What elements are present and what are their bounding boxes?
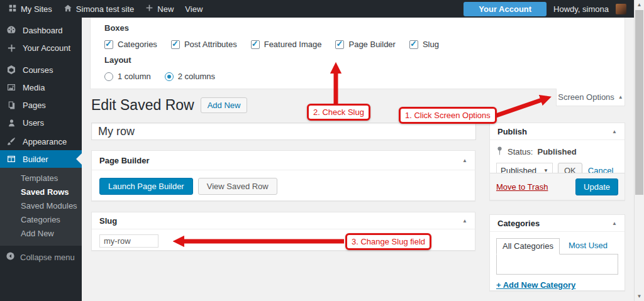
home-icon xyxy=(64,4,72,14)
collapse-menu-button[interactable]: Collapse menu xyxy=(0,249,82,265)
layout-radio-2-columns[interactable]: 2 columns xyxy=(165,72,215,81)
sidebar-item-appearance[interactable]: Appearance xyxy=(0,133,82,150)
tab-all-categories[interactable]: All Categories xyxy=(496,238,560,254)
plus-icon xyxy=(145,4,153,14)
page-title-row: Edit Saved Row Add New xyxy=(91,97,247,114)
screen-option-post-attributes[interactable]: Post Attributes xyxy=(171,40,237,49)
collapse-toggle-icon[interactable]: ▲ xyxy=(612,221,617,226)
collapse-toggle-icon[interactable]: ▲ xyxy=(612,129,617,134)
sidebar-item-label: Users xyxy=(23,118,44,128)
sidebar-item-your-account[interactable]: Your Account xyxy=(0,39,82,57)
publish-metabox-body: Status: Published Published ▼ OK Cancel xyxy=(490,140,625,178)
screen-option-featured-image[interactable]: Featured Image xyxy=(251,40,322,49)
scrollbar-thumb[interactable] xyxy=(635,10,643,195)
checkbox-icon[interactable] xyxy=(104,40,113,49)
sidebar-item-label: Pages xyxy=(23,101,46,110)
collapse-toggle-icon[interactable]: ▲ xyxy=(462,218,467,224)
sidebar-item-builder[interactable]: Builder xyxy=(0,150,82,168)
submenu-item-add-new[interactable]: Add New xyxy=(0,227,82,241)
your-account-button[interactable]: Your Account xyxy=(464,2,547,16)
checkbox-icon[interactable] xyxy=(171,40,180,49)
categories-metabox-header[interactable]: Categories ▲ xyxy=(490,215,625,232)
users-icon xyxy=(6,117,17,128)
layout-radio-row: 1 column 2 columns xyxy=(104,72,215,81)
admin-sidebar: Dashboard Your Account Courses Media Pag… xyxy=(0,18,82,301)
slug-input[interactable] xyxy=(99,234,158,248)
move-to-trash-link[interactable]: Move to Trash xyxy=(496,182,548,192)
checkbox-icon[interactable] xyxy=(251,40,260,49)
add-new-button[interactable]: Add New xyxy=(201,97,248,113)
submenu-item-saved-rows[interactable]: Saved Rows xyxy=(0,185,82,199)
checkbox-icon[interactable] xyxy=(409,40,418,49)
sidebar-item-users[interactable]: Users xyxy=(0,114,82,131)
screen-option-page-builder[interactable]: Page Builder xyxy=(335,40,395,49)
user-avatar[interactable] xyxy=(616,4,626,14)
dashboard-icon xyxy=(6,25,17,36)
appearance-icon xyxy=(6,136,17,147)
media-icon xyxy=(6,82,17,93)
page-builder-metabox-header[interactable]: Page Builder ▲ xyxy=(92,151,475,170)
status-label: Status: xyxy=(508,147,533,156)
sidebar-item-dashboard[interactable]: Dashboard xyxy=(0,21,82,39)
metabox-title: Publish xyxy=(497,127,527,136)
add-new-category-link[interactable]: + Add New Category xyxy=(496,280,575,290)
sidebar-item-media[interactable]: Media xyxy=(0,79,82,96)
annotation-step-3: 3. Change Slug field xyxy=(345,233,431,250)
sidebar-item-courses[interactable]: Courses xyxy=(0,61,82,79)
publish-footer: Move to Trash Update xyxy=(490,173,625,200)
tab-most-used[interactable]: Most Used xyxy=(569,241,608,254)
howdy-label[interactable]: Howdy, simona xyxy=(553,4,609,14)
boxes-section-label: Boxes xyxy=(104,23,129,33)
admin-bar-site-name[interactable]: Simona test site xyxy=(58,0,140,18)
admin-bar: My Sites Simona test site New View Your … xyxy=(0,0,644,18)
admin-bar-right: Your Account Howdy, simona xyxy=(464,2,641,16)
checkbox-icon[interactable] xyxy=(335,40,344,49)
my-sites-label: My Sites xyxy=(21,4,52,14)
my-sites-icon xyxy=(8,4,17,14)
view-label: View xyxy=(185,4,203,14)
courses-icon xyxy=(6,64,17,75)
collapse-toggle-icon[interactable]: ▲ xyxy=(462,158,467,163)
submenu-item-templates[interactable]: Templates xyxy=(0,172,82,185)
radio-icon[interactable] xyxy=(104,72,113,81)
content-area: Boxes Categories Post Attributes Feature… xyxy=(82,18,634,301)
site-name-label: Simona test site xyxy=(76,4,135,14)
sidebar-item-label: Appearance xyxy=(23,137,67,146)
status-row: Status: Published xyxy=(496,146,618,157)
post-title-input[interactable] xyxy=(91,123,476,140)
new-label: New xyxy=(157,4,174,14)
admin-bar-my-sites[interactable]: My Sites xyxy=(3,0,58,18)
chevron-up-icon: ▲ xyxy=(618,94,623,100)
screen-options-panel: Boxes Categories Post Attributes Feature… xyxy=(90,18,625,89)
categories-list-box[interactable] xyxy=(496,254,618,275)
scroll-down-arrow-icon[interactable]: ▼ xyxy=(635,293,644,299)
submenu-item-saved-modules[interactable]: Saved Modules xyxy=(0,199,82,213)
categories-metabox-body: All Categories Most Used + Add New Categ… xyxy=(490,232,625,296)
builder-icon xyxy=(6,153,17,165)
screen-option-slug[interactable]: Slug xyxy=(409,40,439,49)
slug-metabox-header[interactable]: Slug ▲ xyxy=(92,212,475,229)
submenu-item-categories[interactable]: Categories xyxy=(0,213,82,227)
radio-icon[interactable] xyxy=(165,72,174,81)
admin-bar-new[interactable]: New xyxy=(140,0,179,18)
admin-bar-view[interactable]: View xyxy=(179,0,208,18)
page-title: Edit Saved Row xyxy=(91,97,194,114)
page-scrollbar[interactable]: ▲ ▼ xyxy=(634,0,644,301)
view-saved-row-button[interactable]: View Saved Row xyxy=(198,178,277,195)
launch-page-builder-button[interactable]: Launch Page Builder xyxy=(99,178,193,195)
plus-icon xyxy=(6,42,17,53)
screen-options-tab[interactable]: Screen Options ▲ xyxy=(556,89,625,106)
sidebar-item-pages[interactable]: Pages xyxy=(0,96,82,114)
update-button[interactable]: Update xyxy=(575,178,618,195)
arrow-to-screen-options xyxy=(491,98,547,118)
screen-option-categories[interactable]: Categories xyxy=(104,40,157,49)
publish-metabox-header[interactable]: Publish ▲ xyxy=(490,123,625,140)
layout-radio-1-column[interactable]: 1 column xyxy=(104,72,151,81)
page-builder-metabox-body: Launch Page Builder View Saved Row xyxy=(92,170,475,202)
sidebar-item-label: Builder xyxy=(23,155,48,164)
layout-section-label: Layout xyxy=(104,55,131,65)
sidebar-item-label: Dashboard xyxy=(23,26,63,35)
scroll-up-arrow-icon[interactable]: ▲ xyxy=(635,2,644,8)
sidebar-item-label: Courses xyxy=(23,65,53,75)
categories-metabox: Categories ▲ All Categories Most Used + … xyxy=(489,214,625,291)
